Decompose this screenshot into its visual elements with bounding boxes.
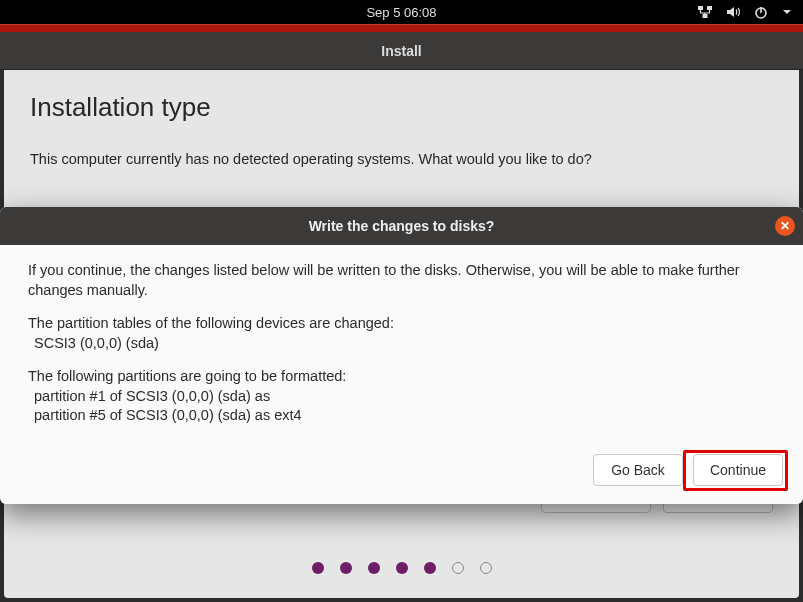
dialog-partitions-format: The following partitions are going to be…: [28, 367, 775, 426]
svg-rect-2: [703, 14, 708, 18]
confirm-dialog: Write the changes to disks? ✕ If you con…: [0, 207, 803, 504]
svg-rect-1: [707, 6, 712, 10]
dialog-partition-tables: The partition tables of the following de…: [28, 314, 775, 353]
dialog-footer: Go Back Continue: [0, 440, 803, 504]
dialog-p2-label: The partition tables of the following de…: [28, 315, 394, 331]
dialog-titlebar: Write the changes to disks? ✕: [0, 207, 803, 245]
systray: [697, 4, 803, 20]
network-icon[interactable]: [697, 4, 713, 20]
volume-icon[interactable]: [725, 4, 741, 20]
system-topbar: Sep 5 06:08: [0, 0, 803, 24]
chevron-down-icon[interactable]: [781, 6, 793, 18]
dialog-p3-line: partition #5 of SCSI3 (0,0,0) (sda) as e…: [28, 407, 302, 423]
svg-rect-0: [698, 6, 703, 10]
window-titlebar: Install: [0, 32, 803, 70]
clock: Sep 5 06:08: [366, 5, 436, 20]
dialog-title: Write the changes to disks?: [309, 218, 495, 234]
power-icon[interactable]: [753, 4, 769, 20]
go-back-button-label: Go Back: [611, 462, 665, 478]
continue-button[interactable]: Continue: [693, 454, 783, 486]
go-back-button[interactable]: Go Back: [593, 454, 683, 486]
dialog-intro: If you continue, the changes listed belo…: [28, 261, 775, 300]
accent-band: [0, 24, 803, 32]
dialog-p2-line: SCSI3 (0,0,0) (sda): [28, 335, 159, 351]
window-title: Install: [381, 43, 421, 59]
dialog-body: If you continue, the changes listed belo…: [0, 245, 803, 426]
dialog-close-button[interactable]: ✕: [775, 216, 795, 236]
close-icon: ✕: [780, 220, 790, 232]
continue-button-label: Continue: [710, 462, 766, 478]
dialog-p3-label: The following partitions are going to be…: [28, 368, 346, 384]
dialog-p3-line: partition #1 of SCSI3 (0,0,0) (sda) as: [28, 388, 270, 404]
